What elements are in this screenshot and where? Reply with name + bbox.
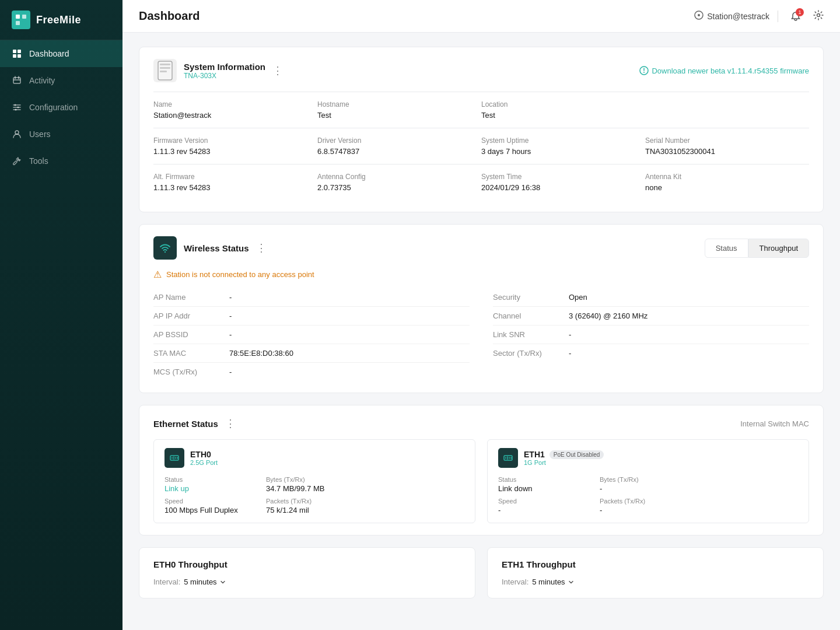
info-serial: Serial Number TNA3031052300041 xyxy=(645,128,809,164)
header-divider xyxy=(778,10,778,22)
sidebar-nav: Dashboard Activity xyxy=(0,40,123,174)
notification-button[interactable]: 1 xyxy=(786,7,805,26)
throughput-section: ETH0 Throughput Interval: 5 minutes ETH1… xyxy=(139,547,824,598)
wireless-row-link-snr: Link SNR - xyxy=(493,326,809,344)
eth0-interval-control: Interval: 5 minutes xyxy=(153,578,461,586)
eth1-icon xyxy=(498,448,518,468)
eth0-info: ETH0 2.5G Port xyxy=(190,450,218,466)
wireless-row-channel: Channel 3 (62640) @ 2160 MHz xyxy=(493,307,809,326)
wireless-row-sector: Sector (Tx/Rx) - xyxy=(493,344,809,362)
tools-label: Tools xyxy=(29,156,48,166)
info-alt-firmware: Alt. Firmware 1.11.3 rev 54283 xyxy=(153,164,317,200)
info-antenna-kit: Antenna Kit none xyxy=(645,164,809,200)
sidebar-item-tools[interactable]: Tools xyxy=(0,148,123,174)
info-antenna-config: Antenna Config 2.0.73735 xyxy=(317,164,481,200)
svg-rect-8 xyxy=(13,78,20,83)
svg-point-18 xyxy=(15,131,19,134)
wireless-col-left: AP Name - AP IP Addr - AP BSSID - STA MA… xyxy=(153,288,470,381)
tab-status-button[interactable]: Status xyxy=(705,239,748,258)
eth1-info: ETH1 PoE Out Disabled 1G Port xyxy=(524,450,604,466)
system-basic-info: Name Station@testrack Hostname Test Loca… xyxy=(153,92,809,128)
svg-rect-6 xyxy=(13,54,16,58)
eth1-interval-control: Interval: 5 minutes xyxy=(502,578,809,586)
system-info-menu[interactable]: ⋮ xyxy=(272,64,283,77)
eth1-packets: Packets (Tx/Rx) - xyxy=(600,498,696,514)
info-system-time: System Time 2024/01/29 16:38 xyxy=(481,164,645,200)
svg-point-28 xyxy=(643,72,645,73)
eth0-throughput-card: ETH0 Throughput Interval: 5 minutes xyxy=(139,547,475,598)
wireless-menu[interactable]: ⋮ xyxy=(256,242,267,254)
system-info-header: System Information TNA-303X ⋮ Download n… xyxy=(153,59,809,82)
sidebar-item-activity[interactable]: Activity xyxy=(0,67,123,94)
dashboard-label: Dashboard xyxy=(29,49,69,58)
sidebar-item-users[interactable]: Users xyxy=(0,121,123,148)
activity-icon xyxy=(12,75,22,86)
ethernet-status-card: Ethernet Status ⋮ Internal Switch MAC xyxy=(139,405,824,536)
svg-point-20 xyxy=(698,14,700,16)
configuration-label: Configuration xyxy=(29,103,78,112)
users-icon xyxy=(12,129,22,139)
eth0-interval-select[interactable]: 5 minutes xyxy=(184,578,226,586)
ethernet-header: Ethernet Status ⋮ Internal Switch MAC xyxy=(153,417,809,430)
sidebar-item-dashboard[interactable]: Dashboard xyxy=(0,40,123,67)
wireless-header-left: Wireless Status ⋮ xyxy=(153,236,267,260)
eth0-stats: Status Link up Bytes (Tx/Rx) 34.7 MB/99.… xyxy=(164,476,464,514)
header-right: Station@testrack 1 xyxy=(694,7,824,26)
wireless-title: Wireless Status xyxy=(184,243,249,253)
wireless-row-ap-ip: AP IP Addr - xyxy=(153,307,470,326)
svg-rect-1 xyxy=(22,15,26,19)
info-uptime: System Uptime 3 days 7 hours xyxy=(481,128,645,164)
tab-throughput-button[interactable]: Throughput xyxy=(748,239,810,258)
users-label: Users xyxy=(29,130,51,139)
info-hostname: Hostname Test xyxy=(317,92,481,128)
eth0-header: ETH0 2.5G Port xyxy=(164,448,464,468)
eth1-throughput-title: ETH1 Throughput xyxy=(502,559,809,569)
wireless-row-sta-mac: STA MAC 78:5E:E8:D0:38:60 xyxy=(153,344,470,363)
wireless-row-security: Security Open xyxy=(493,288,809,307)
download-firmware-link[interactable]: Download newer beta v1.11.4.r54355 firmw… xyxy=(639,66,809,75)
ethernet-ports: ETH0 2.5G Port Status Link up Bytes (Tx/… xyxy=(153,439,809,523)
eth1-header: ETH1 PoE Out Disabled 1G Port xyxy=(498,448,798,468)
eth1-throughput-card: ETH1 Throughput Interval: 5 minutes xyxy=(487,547,824,598)
eth0-status: Status Link up xyxy=(164,476,261,493)
eth1-card: ETH1 PoE Out Disabled 1G Port Status Lin… xyxy=(487,439,809,523)
eth0-packets: Packets (Tx/Rx) 75 k/1.24 mil xyxy=(266,498,363,514)
system-info-title-block: System Information TNA-303X xyxy=(184,62,265,80)
svg-rect-4 xyxy=(13,50,16,53)
eth0-card: ETH0 2.5G Port Status Link up Bytes (Tx/… xyxy=(153,439,475,523)
system-info-device: TNA-303X xyxy=(184,72,265,80)
info-driver: Driver Version 6.8.5747837 xyxy=(317,128,481,164)
info-spacer xyxy=(645,92,809,128)
main-area: Dashboard Station@testrack 1 xyxy=(123,0,840,630)
info-name: Name Station@testrack xyxy=(153,92,317,128)
eth0-speed: Speed 100 Mbps Full Duplex xyxy=(164,498,261,514)
wireless-icon-box xyxy=(153,236,177,260)
svg-point-29 xyxy=(164,251,166,253)
header-user: Station@testrack xyxy=(694,10,769,22)
svg-point-16 xyxy=(18,107,19,108)
eth1-bytes: Bytes (Tx/Rx) - xyxy=(600,476,696,493)
ethernet-menu[interactable]: ⋮ xyxy=(225,417,236,430)
system-info-title: System Information xyxy=(184,62,265,72)
page-title: Dashboard xyxy=(139,9,200,23)
sidebar-item-configuration[interactable]: Configuration xyxy=(0,94,123,121)
internal-switch-mac-label: Internal Switch MAC xyxy=(740,419,809,428)
wireless-row-ap-bssid: AP BSSID - xyxy=(153,326,470,344)
wireless-header: Wireless Status ⋮ Status Throughput xyxy=(153,236,809,260)
svg-point-17 xyxy=(15,109,17,111)
svg-point-15 xyxy=(15,104,16,106)
wireless-status-card: Wireless Status ⋮ Status Throughput ⚠ St… xyxy=(139,224,824,393)
eth1-interval-select[interactable]: 5 minutes xyxy=(532,578,574,586)
sidebar: FreeMile Dashboard xyxy=(0,0,123,630)
svg-rect-3 xyxy=(22,21,26,25)
settings-button[interactable] xyxy=(813,10,824,23)
ethernet-title: Ethernet Status xyxy=(153,419,218,429)
tools-icon xyxy=(12,156,22,166)
eth0-icon xyxy=(164,448,184,468)
eth0-throughput-title: ETH0 Throughput xyxy=(153,559,461,569)
svg-rect-0 xyxy=(16,15,20,19)
wireless-row-ap-name: AP Name - xyxy=(153,288,470,307)
warning-triangle-icon: ⚠ xyxy=(153,269,162,280)
wireless-info-grid: AP Name - AP IP Addr - AP BSSID - STA MA… xyxy=(153,288,809,381)
svg-rect-25 xyxy=(160,71,167,72)
